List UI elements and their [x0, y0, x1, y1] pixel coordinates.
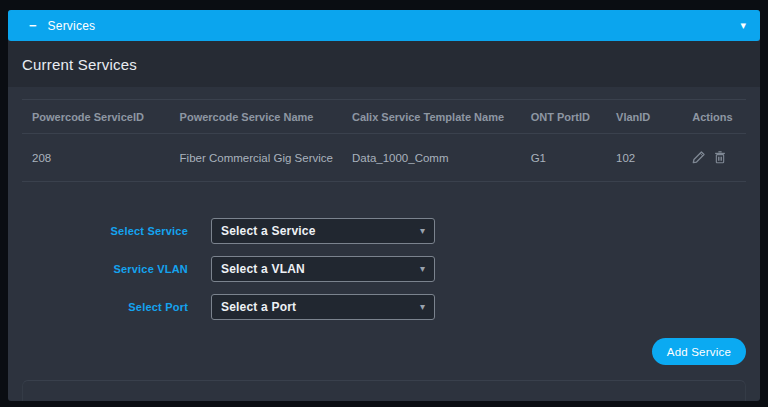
table-header-row: Powercode ServiceID Powercode Service Na…	[22, 100, 746, 134]
table-row: 208 Fiber Commercial Gig Service Data_10…	[22, 134, 746, 182]
chevron-down-icon: ▾	[420, 226, 425, 236]
panel-footer-divider	[22, 380, 746, 401]
submit-button-row: Add Service	[22, 338, 746, 365]
column-header-vlanid: VlanID	[606, 100, 682, 134]
cell-calix-template-name: Data_1000_Comm	[342, 134, 521, 182]
card-header: Current Services	[8, 41, 760, 87]
add-service-form: Select Service Select a Service ▾ Servic…	[22, 218, 746, 365]
page-background: − Services ▾ Current Services Powercode …	[0, 0, 768, 407]
accordion-title: Services	[48, 19, 96, 33]
services-panel: − Services ▾ Current Services Powercode …	[8, 10, 760, 401]
cell-powercode-serviceid: 208	[22, 134, 170, 182]
form-row-select-service: Select Service Select a Service ▾	[22, 218, 746, 244]
chevron-down-icon: ▾	[420, 264, 425, 274]
chevron-down-icon: ▾	[420, 302, 425, 312]
service-vlan-label: Service VLAN	[22, 263, 188, 275]
column-header-calix-template-name: Calix Service Template Name	[342, 100, 521, 134]
card-body: Powercode ServiceID Powercode Service Na…	[8, 87, 760, 401]
form-row-service-vlan: Service VLAN Select a VLAN ▾	[22, 256, 746, 282]
collapse-minus-icon: −	[29, 19, 37, 32]
chevron-down-icon: ▾	[740, 20, 746, 31]
select-port-value: Select a Port	[221, 300, 296, 314]
column-header-ont-portid: ONT PortID	[521, 100, 606, 134]
cell-actions	[682, 134, 746, 182]
services-accordion-header[interactable]: − Services ▾	[8, 10, 760, 41]
cell-powercode-service-name: Fiber Commercial Gig Service	[170, 134, 342, 182]
delete-icon[interactable]	[714, 151, 726, 164]
form-row-select-port: Select Port Select a Port ▾	[22, 294, 746, 320]
service-vlan-dropdown[interactable]: Select a VLAN ▾	[211, 256, 435, 282]
select-port-dropdown[interactable]: Select a Port ▾	[211, 294, 435, 320]
edit-icon[interactable]	[692, 151, 705, 164]
select-service-dropdown[interactable]: Select a Service ▾	[211, 218, 435, 244]
column-header-powercode-serviceid: Powercode ServiceID	[22, 100, 170, 134]
column-header-actions: Actions	[682, 100, 746, 134]
cell-vlanid: 102	[606, 134, 682, 182]
select-service-value: Select a Service	[221, 224, 316, 238]
add-service-button[interactable]: Add Service	[652, 338, 746, 365]
select-port-label: Select Port	[22, 301, 188, 313]
select-service-label: Select Service	[22, 225, 188, 237]
current-services-table: Powercode ServiceID Powercode Service Na…	[22, 99, 746, 182]
column-header-powercode-service-name: Powercode Service Name	[170, 100, 342, 134]
cell-ont-portid: G1	[521, 134, 606, 182]
service-vlan-value: Select a VLAN	[221, 262, 305, 276]
card-title: Current Services	[22, 56, 137, 73]
